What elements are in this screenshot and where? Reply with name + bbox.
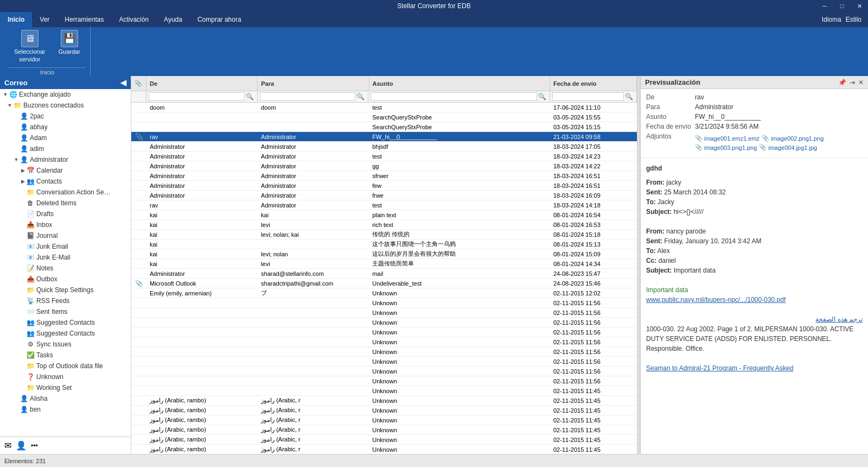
table-row[interactable]: Unknown 02-11-2015 11:56 (131, 376, 637, 386)
preview-pin-btn[interactable]: 📌 (838, 79, 846, 86)
table-row[interactable]: Administrator Administrator frwe 18-03-2… (131, 191, 637, 200)
minimize-btn[interactable]: ─ (816, 0, 833, 12)
table-row[interactable]: Unknown 02-11-2015 11:56 (131, 347, 637, 357)
nav-more-icon[interactable]: ••• (31, 442, 38, 450)
table-row[interactable]: Administrator sharad@stellarinfo.com mai… (131, 269, 637, 279)
sidebar-item-17[interactable]: 📤 Outbox (0, 274, 131, 285)
search-from-icon[interactable]: 🔍 (245, 93, 255, 100)
table-row[interactable]: rav Administrator test 18-03-2024 14:18 (131, 200, 637, 210)
sidebar-item-22[interactable]: 👥 Suggested Contacts (0, 328, 131, 339)
table-row[interactable]: kai levi; nolan 这以后的岁月里会有很大的帮助 08-01-202… (131, 249, 637, 259)
sidebar-item-9[interactable]: 📁 Conversation Action Se… (0, 187, 131, 198)
sidebar-item-21[interactable]: 👥 Suggested Contacts (0, 317, 131, 328)
sidebar-item-0[interactable]: ▼ 🌐 Exchange alojado (0, 89, 131, 100)
btn-guardar[interactable]: 💾 Guardar (53, 28, 85, 65)
attachment-3[interactable]: 📎image004.jpg1.jpg (759, 144, 817, 151)
sidebar-item-29[interactable]: 👤 ben (0, 404, 131, 415)
sidebar-item-10[interactable]: 🗑 Deleted Items (0, 198, 131, 209)
table-row[interactable]: Administrator Administrator test 18-03-2… (131, 152, 637, 161)
table-row[interactable]: SearchQueryStxProbe 03-05-2024 15:15 (131, 122, 637, 132)
search-to-icon[interactable]: 🔍 (355, 93, 366, 100)
table-row[interactable]: Administrator Administrator gg 18-03-202… (131, 161, 637, 171)
nav-contacts-icon[interactable]: 👤 (16, 440, 27, 451)
sidebar-item-15[interactable]: 📧 Junk E-Mail (0, 252, 131, 263)
sidebar-item-13[interactable]: 📓 Journal (0, 230, 131, 241)
table-row[interactable]: Unknown 02-11-2015 11:56 (131, 318, 637, 327)
table-row[interactable]: 📎 rav Administrator FW_hi__{}___________… (131, 132, 637, 142)
col-header-subject[interactable]: Asunto (369, 76, 550, 91)
attachment-0[interactable]: 📎image001.emz1.emz (695, 135, 760, 142)
sidebar-item-23[interactable]: ⚙ Sync Issues (0, 339, 131, 350)
sidebar-item-25[interactable]: 📁 Top of Outlook data file (0, 361, 131, 371)
maximize-btn[interactable]: □ (833, 0, 851, 12)
table-row[interactable]: راموز (Arabic, rambo) راموز (Arabic, r U… (131, 445, 637, 454)
sidebar-item-11[interactable]: 📄 Drafts (0, 209, 131, 219)
table-row[interactable]: راموز (Arabic, rambo) راموز (Arabic, r U… (131, 406, 637, 415)
tab-activacion[interactable]: Activación (111, 12, 156, 27)
col-header-attach[interactable]: 📎 (131, 76, 146, 91)
table-row[interactable]: Unknown 02-11-2015 11:56 (131, 308, 637, 318)
sidebar-item-4[interactable]: 👤 Adam (0, 132, 131, 143)
search-date-input[interactable] (552, 92, 624, 101)
btn-seleccionar-servidor[interactable]: 🖥 Seleccionarservidor (9, 28, 50, 65)
sidebar-item-2[interactable]: 👤 2pac (0, 111, 131, 122)
search-date-icon[interactable]: 🔍 (624, 93, 634, 100)
col-header-to[interactable]: Para (258, 76, 369, 91)
ribbon-estilo[interactable]: Estilo (846, 16, 861, 23)
table-row[interactable]: Unknown 02-11-2015 11:56 (131, 367, 637, 376)
table-row[interactable]: راموز (Arabic, rambo) راموز (Arabic, r U… (131, 415, 637, 425)
sidebar-item-27[interactable]: 📁 Working Set (0, 382, 131, 393)
table-row[interactable]: doom doom test 17-06-2024 11:10 (131, 103, 637, 112)
sidebar-item-3[interactable]: 👤 abhay (0, 122, 131, 132)
table-row[interactable]: 📎 Microsoft Outlook sharadctripathi@gmai… (131, 279, 637, 288)
sidebar-item-24[interactable]: ✅ Tasks (0, 350, 131, 361)
table-row[interactable]: راموز (Arabic, rambo) راموز (Arabic, r U… (131, 435, 637, 445)
table-row[interactable]: Unknown 02-11-2015 11:56 (131, 337, 637, 347)
sidebar-item-26[interactable]: ❓ Unknown (0, 371, 131, 382)
footer-link[interactable]: Seaman to Admiral-21 Program - Frequentl… (646, 363, 863, 373)
tab-ver[interactable]: Ver (32, 12, 57, 27)
col-header-from[interactable]: De (146, 76, 258, 91)
sidebar-item-14[interactable]: 📧 Junk Email (0, 241, 131, 252)
sidebar-item-7[interactable]: ▶ 📅 Calendar (0, 165, 131, 176)
tab-herramientas[interactable]: Herramientas (57, 12, 111, 27)
sidebar-collapse-btn[interactable]: ◀ (120, 78, 126, 87)
close-btn[interactable]: ✕ (851, 0, 868, 12)
ribbon-idioma[interactable]: Idioma (822, 16, 841, 23)
preview-close-btn[interactable]: ✕ (858, 79, 864, 86)
attachment-2[interactable]: 📎image003.png1.png (695, 144, 757, 151)
tab-comprar[interactable]: Comprar ahora (190, 12, 249, 27)
sidebar-item-5[interactable]: 👤 adim (0, 143, 131, 154)
table-row[interactable]: Administrator Administrator few 18-03-20… (131, 181, 637, 191)
table-row[interactable]: SearchQueryStxProbe 03-05-2024 15:55 (131, 112, 637, 122)
table-row[interactable]: kai levi 主题传统而简单 08-01-2024 14:34 (131, 259, 637, 269)
search-to-input[interactable] (260, 92, 356, 101)
table-row[interactable]: Emily (emily, armenian) ブ Unknown 02-11-… (131, 288, 637, 298)
sidebar-item-19[interactable]: 📡 RSS Feeds (0, 295, 131, 306)
sidebar-item-8[interactable]: ▶ 👥 Contacts (0, 176, 131, 187)
table-row[interactable]: kai kai plain text 08-01-2024 16:54 (131, 210, 637, 220)
navy-link[interactable]: www.public.navy.mil/bupers-npc/.../1000-… (646, 295, 863, 305)
tab-ayuda[interactable]: Ayuda (156, 12, 190, 27)
table-row[interactable]: kai levi rich text 08-01-2024 16:53 (131, 220, 637, 230)
table-row[interactable]: Administrator Administrator sfrwer 18-03… (131, 171, 637, 181)
arabic-link[interactable]: ترجم هذه الصفحة (646, 314, 863, 324)
sidebar-item-16[interactable]: 📝 Notes (0, 263, 131, 274)
sidebar-item-20[interactable]: 📨 Sent Items (0, 306, 131, 317)
sidebar-item-12[interactable]: 📥 Inbox (0, 219, 131, 230)
tab-inicio[interactable]: Inicio (0, 12, 32, 27)
table-row[interactable]: راموز (Arabic, rambo) راموز (Arabic, r U… (131, 425, 637, 435)
attachment-1[interactable]: 📎image002.png1.png (762, 135, 824, 142)
search-subject-icon[interactable]: 🔍 (537, 93, 547, 100)
table-row[interactable]: Unknown 02-11-2015 11:56 (131, 327, 637, 337)
table-row[interactable]: kai 这个故事只围绕一个主角一乌鸦 08-01-2024 15:13 (131, 239, 637, 249)
nav-mail-icon[interactable]: ✉ (4, 440, 11, 451)
search-subject-input[interactable] (371, 92, 537, 101)
table-row[interactable]: Unknown 02-11-2015 11:45 (131, 386, 637, 396)
table-row[interactable]: kai levi; nolan; kai 传统的 传统的 08-01-2024 … (131, 230, 637, 239)
table-row[interactable]: Administrator Administrator bhjsdf 18-03… (131, 142, 637, 152)
table-row[interactable]: Unknown 02-11-2015 11:56 (131, 298, 637, 308)
table-row[interactable]: Unknown 02-11-2015 11:56 (131, 357, 637, 367)
sidebar-item-1[interactable]: ▼ 📁 Buzones conectados (0, 100, 131, 111)
table-row[interactable]: راموز (Arabic, rambo) راموز (Arabic, r U… (131, 396, 637, 406)
